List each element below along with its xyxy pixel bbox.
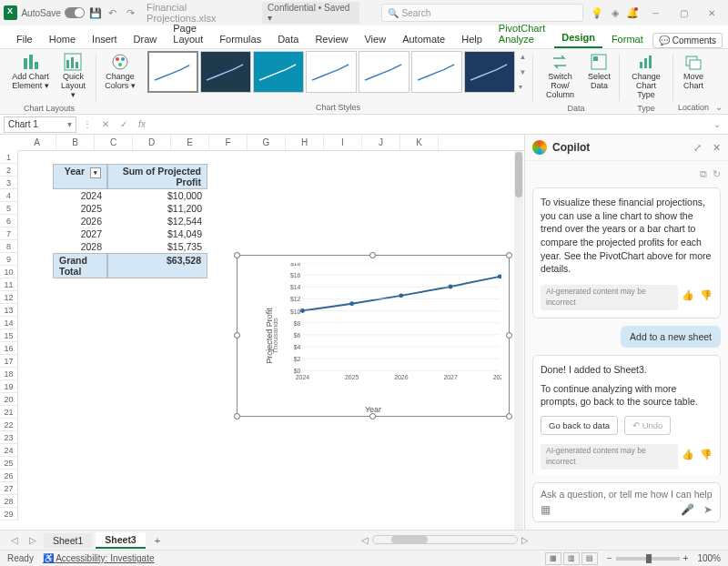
resize-handle[interactable] xyxy=(369,252,376,258)
thumbs-up-icon[interactable]: 👍 xyxy=(682,448,694,461)
row-header[interactable]: 7 xyxy=(0,227,18,240)
column-header[interactable]: E xyxy=(171,135,209,150)
chart-style-5[interactable] xyxy=(359,51,410,93)
chart-style-1[interactable] xyxy=(147,51,198,93)
chart-style-6[interactable] xyxy=(411,51,462,93)
column-header[interactable]: G xyxy=(248,135,286,150)
row-header[interactable]: 13 xyxy=(0,304,18,317)
row-header[interactable]: 1 xyxy=(0,151,18,164)
name-box[interactable]: Chart 1▾ xyxy=(4,116,76,133)
thumbs-up-icon[interactable]: 👍 xyxy=(682,288,694,302)
resize-handle[interactable] xyxy=(369,413,376,419)
expand-formula-icon[interactable]: ⌄ xyxy=(710,117,724,132)
resize-handle[interactable] xyxy=(506,413,512,419)
save-icon[interactable]: 💾 xyxy=(88,5,102,20)
maximize-button[interactable]: ▢ xyxy=(672,3,696,23)
zoom-out-button[interactable]: − xyxy=(607,553,612,563)
column-header[interactable]: K xyxy=(400,135,439,150)
select-data-button[interactable]: Select Data xyxy=(584,51,614,93)
row-header[interactable]: 26 xyxy=(0,470,18,482)
pivot-chart[interactable]: Projected Profit Thousands $0$2$4$6$8$10… xyxy=(237,255,510,417)
copilot-undock-icon[interactable]: ⤢ xyxy=(693,142,702,154)
tab-view[interactable]: View xyxy=(357,30,393,48)
resize-handle[interactable] xyxy=(506,332,512,339)
resize-handle[interactable] xyxy=(506,252,512,258)
row-header[interactable]: 27 xyxy=(0,482,18,495)
row-header[interactable]: 14 xyxy=(0,317,18,329)
row-header[interactable]: 18 xyxy=(0,368,18,380)
change-colors-button[interactable]: Change Colors ▾ xyxy=(101,51,140,93)
row-header[interactable]: 22 xyxy=(0,419,18,431)
page-break-view-button[interactable]: ▤ xyxy=(581,552,598,565)
enter-formula-icon[interactable]: ✓ xyxy=(116,117,131,132)
chart-style-3[interactable] xyxy=(253,51,304,93)
autosave-toggle[interactable]: AutoSave xyxy=(21,7,84,18)
column-header[interactable]: H xyxy=(286,135,324,150)
horizontal-scrollbar[interactable] xyxy=(372,535,518,544)
notifications-icon[interactable]: 🔔 xyxy=(626,5,640,20)
column-header[interactable]: D xyxy=(133,135,171,150)
copilot-input[interactable]: ▦ 🎤➤ xyxy=(532,482,721,522)
tab-home[interactable]: Home xyxy=(42,30,83,48)
row-header[interactable]: 4 xyxy=(0,189,18,202)
formula-input[interactable] xyxy=(153,116,706,133)
copilot-text-input[interactable] xyxy=(541,489,713,500)
row-header[interactable]: 9 xyxy=(0,253,18,266)
sheet-nav-prev[interactable]: ◁ xyxy=(7,535,22,545)
row-header[interactable]: 2 xyxy=(0,164,18,177)
tab-page-layout[interactable]: Page Layout xyxy=(166,19,210,48)
send-icon[interactable]: ➤ xyxy=(703,503,713,516)
zoom-slider[interactable]: − + xyxy=(607,553,689,563)
zoom-in-button[interactable]: + xyxy=(683,553,689,563)
close-button[interactable]: ✕ xyxy=(700,3,724,23)
minimize-button[interactable]: ─ xyxy=(643,3,668,23)
row-header[interactable]: 29 xyxy=(0,508,18,521)
switch-row-column-button[interactable]: Switch Row/ Column xyxy=(538,51,582,102)
undo-action-button[interactable]: ↶ Undo xyxy=(624,416,671,435)
resize-handle[interactable] xyxy=(234,413,240,419)
row-header[interactable]: 16 xyxy=(0,342,18,355)
style-scroll-up[interactable]: ▲ xyxy=(519,53,526,61)
mic-icon[interactable]: 🎤 xyxy=(681,503,694,516)
refresh-icon[interactable]: ↻ xyxy=(713,168,721,180)
tab-automate[interactable]: Automate xyxy=(395,30,452,48)
column-header[interactable]: B xyxy=(56,135,95,150)
go-back-to-data-button[interactable]: Go back to data xyxy=(541,416,618,435)
hscroll-left[interactable]: ◁ xyxy=(358,535,372,545)
row-header[interactable]: 17 xyxy=(0,355,18,368)
chart-style-7[interactable] xyxy=(464,51,515,93)
pivot-row[interactable]: 2026$12,544 xyxy=(53,215,207,227)
chart-style-2[interactable] xyxy=(200,51,251,93)
sheet-tab-sheet3[interactable]: Sheet3 xyxy=(96,532,145,549)
comments-button[interactable]: 💬Comments xyxy=(652,33,723,48)
add-chart-element-button[interactable]: Add Chart Element ▾ xyxy=(7,51,54,93)
row-header[interactable]: 23 xyxy=(0,431,18,444)
pivot-row[interactable]: 2028$15,735 xyxy=(53,240,207,253)
worksheet[interactable]: ABCDEFGHIJK 1234567891011121314151617181… xyxy=(0,135,524,530)
pivot-year-header[interactable]: Year▾ xyxy=(53,164,107,189)
tab-design[interactable]: Design xyxy=(554,28,602,48)
row-header[interactable]: 21 xyxy=(0,406,18,419)
tab-help[interactable]: Help xyxy=(454,30,490,48)
tab-draw[interactable]: Draw xyxy=(126,30,165,48)
pivot-row[interactable]: 2025$11,200 xyxy=(53,202,207,215)
vertical-scrollbar[interactable] xyxy=(514,151,523,530)
undo-icon[interactable]: ↶ xyxy=(106,5,119,20)
tab-format[interactable]: Format xyxy=(604,30,651,48)
row-header[interactable]: 15 xyxy=(0,329,18,342)
column-header[interactable]: F xyxy=(209,135,248,150)
column-header[interactable]: J xyxy=(362,135,400,150)
tab-insert[interactable]: Insert xyxy=(85,30,125,48)
style-more[interactable]: ▾ xyxy=(519,83,526,91)
filter-dropdown-icon[interactable]: ▾ xyxy=(90,167,101,178)
pivot-row[interactable]: 2027$14,049 xyxy=(53,227,207,240)
copilot-close-icon[interactable]: ✕ xyxy=(713,142,721,154)
row-header[interactable]: 12 xyxy=(0,291,18,304)
tab-data[interactable]: Data xyxy=(270,30,306,48)
page-layout-view-button[interactable]: ▥ xyxy=(563,552,580,565)
row-header[interactable]: 3 xyxy=(0,177,18,189)
fb-more-icon[interactable]: ⋮ xyxy=(80,117,95,132)
row-header[interactable]: 10 xyxy=(0,266,18,278)
pivot-row[interactable]: 2024$10,000 xyxy=(53,189,207,202)
row-header[interactable]: 28 xyxy=(0,495,18,508)
